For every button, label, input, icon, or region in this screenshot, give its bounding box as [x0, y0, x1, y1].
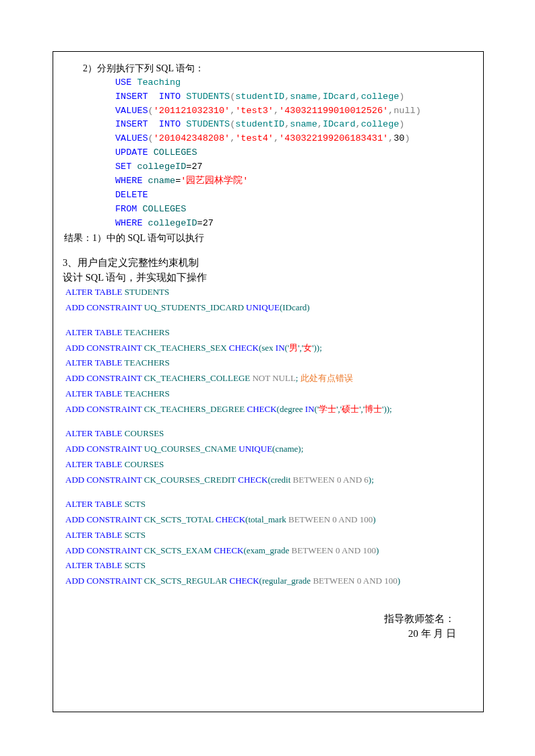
code-line: DELETE	[63, 188, 475, 203]
sql-statement-line: ADD CONSTRAINT CK_COURSES_CREDIT CHECK(c…	[63, 473, 475, 488]
sql-statement-line: ALTER TABLE TEACHERS	[63, 386, 475, 402]
sql-statement-line: ADD CONSTRAINT CK_TEACHERS_SEX CHECK(sex…	[63, 341, 475, 356]
sql-statement-line: ADD CONSTRAINT UQ_STUDENTS_IDCARD UNIQUE…	[63, 300, 475, 316]
code-line: VALUES('201042348208','test4','430322199…	[63, 132, 475, 146]
code-line: WHERE collegeID=27	[63, 217, 475, 231]
result-line: 结果：1）中的 SQL 语句可以执行	[63, 231, 475, 246]
sql-statement-line: ADD CONSTRAINT UQ_COURSES_CNAME UNIQUE(c…	[63, 442, 475, 457]
sql-statement-line: ADD CONSTRAINT CK_TEACHERS_COLLEGE NOT N…	[63, 371, 475, 386]
signature-label: 指导教师签名：	[63, 611, 475, 628]
section3-subheading: 设计 SQL 语句，并实现如下操作	[63, 270, 475, 285]
sql-code-block: USE TeachingINSERT INTO STUDENTS(student…	[63, 76, 475, 231]
code-line: INSERT INTO STUDENTS(studentID,sname,IDc…	[63, 90, 475, 104]
sql-statement-line: ADD CONSTRAINT CK_SCTS_EXAM CHECK(exam_g…	[63, 543, 475, 559]
sql-statement-line: ALTER TABLE TEACHERS	[63, 355, 475, 371]
sql-statement-line: ALTER TABLE STUDENTS	[63, 285, 475, 300]
page-frame: 2）分别执行下列 SQL 语句： USE TeachingINSERT INTO…	[53, 51, 484, 712]
sql-statement-line: ALTER TABLE SCTS	[63, 497, 475, 512]
section3-sql-blocks: ALTER TABLE STUDENTSADD CONSTRAINT UQ_ST…	[63, 285, 475, 589]
section2-title: 2）分别执行下列 SQL 语句：	[63, 61, 475, 76]
code-line: USE Teaching	[63, 76, 475, 90]
sql-statement-line: ALTER TABLE COURSES	[63, 426, 475, 442]
signature-date: 20 年 月 日	[63, 627, 475, 640]
sql-statement-line: ALTER TABLE TEACHERS	[63, 325, 475, 341]
sql-statement-line: ALTER TABLE SCTS	[63, 528, 475, 543]
code-line: WHERE cname='园艺园林学院'	[63, 174, 475, 188]
sql-statement-line: ADD CONSTRAINT CK_SCTS_TOTAL CHECK(total…	[63, 512, 475, 528]
sql-statement-line: ADD CONSTRAINT CK_TEACHERS_DEGREE CHECK(…	[63, 402, 475, 417]
sql-statement-line: ALTER TABLE COURSES	[63, 457, 475, 473]
code-line: VALUES('201121032310','test3','430321199…	[63, 104, 475, 118]
code-line: SET collegeID=27	[63, 160, 475, 174]
code-line: INSERT INTO STUDENTS(studentID,sname,IDc…	[63, 118, 475, 132]
sql-statement-line: ADD CONSTRAINT CK_SCTS_REGULAR CHECK(reg…	[63, 574, 475, 589]
code-line: UPDATE COLLEGES	[63, 146, 475, 160]
section3-heading: 3、用户自定义完整性约束机制	[63, 255, 475, 270]
code-line: FROM COLLEGES	[63, 203, 475, 217]
sql-statement-line: ALTER TABLE SCTS	[63, 558, 475, 574]
